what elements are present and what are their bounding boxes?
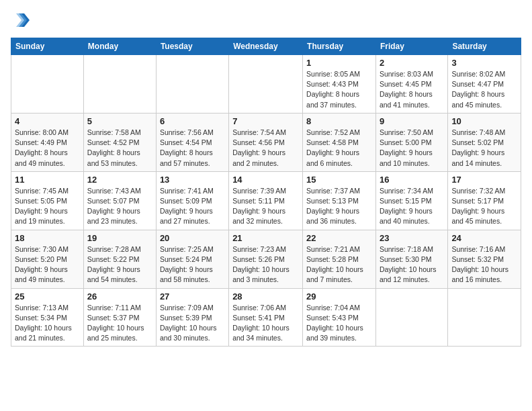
day-number: 9 [380, 116, 444, 126]
calendar-cell: 1Sunrise: 8:05 AM Sunset: 4:43 PM Daylig… [303, 55, 376, 113]
day-number: 7 [232, 116, 299, 126]
weekday-header-thursday: Thursday [303, 38, 376, 55]
calendar-cell: 16Sunrise: 7:34 AM Sunset: 5:15 PM Dayli… [375, 171, 447, 230]
calendar-cell: 11Sunrise: 7:45 AM Sunset: 5:05 PM Dayli… [11, 171, 84, 230]
calendar-cell [11, 55, 84, 113]
weekday-header-saturday: Saturday [448, 38, 521, 55]
calendar-cell: 6Sunrise: 7:56 AM Sunset: 4:54 PM Daylig… [156, 113, 228, 171]
day-number: 2 [380, 58, 444, 68]
calendar-cell: 27Sunrise: 7:09 AM Sunset: 5:39 PM Dayli… [156, 288, 228, 347]
day-number: 3 [451, 58, 517, 68]
day-info: Sunrise: 7:25 AM Sunset: 5:24 PM Dayligh… [160, 244, 225, 285]
day-number: 15 [306, 175, 372, 185]
day-number: 16 [380, 175, 444, 185]
day-number: 20 [160, 233, 225, 243]
calendar-header: SundayMondayTuesdayWednesdayThursdayFrid… [11, 38, 521, 55]
day-info: Sunrise: 7:56 AM Sunset: 4:54 PM Dayligh… [160, 128, 225, 169]
day-number: 1 [306, 58, 372, 68]
calendar-cell: 10Sunrise: 7:48 AM Sunset: 5:02 PM Dayli… [448, 113, 521, 171]
header-row: SundayMondayTuesdayWednesdayThursdayFrid… [11, 38, 521, 55]
day-info: Sunrise: 7:09 AM Sunset: 5:39 PM Dayligh… [160, 303, 225, 344]
day-number: 12 [87, 175, 152, 185]
day-number: 18 [15, 233, 80, 243]
day-number: 14 [232, 175, 299, 185]
day-info: Sunrise: 7:06 AM Sunset: 5:41 PM Dayligh… [232, 303, 299, 344]
day-number: 17 [451, 175, 517, 185]
calendar-week-1: 1Sunrise: 8:05 AM Sunset: 4:43 PM Daylig… [11, 55, 521, 113]
calendar-cell: 25Sunrise: 7:13 AM Sunset: 5:34 PM Dayli… [11, 288, 84, 347]
calendar-cell: 17Sunrise: 7:32 AM Sunset: 5:17 PM Dayli… [448, 171, 521, 230]
weekday-header-monday: Monday [83, 38, 156, 55]
day-info: Sunrise: 7:58 AM Sunset: 4:52 PM Dayligh… [87, 128, 152, 169]
day-number: 27 [160, 291, 225, 302]
calendar-week-5: 25Sunrise: 7:13 AM Sunset: 5:34 PM Dayli… [11, 288, 521, 347]
day-info: Sunrise: 7:37 AM Sunset: 5:13 PM Dayligh… [306, 186, 372, 227]
day-number: 26 [87, 291, 152, 302]
calendar-cell: 9Sunrise: 7:50 AM Sunset: 5:00 PM Daylig… [375, 113, 447, 171]
day-info: Sunrise: 7:30 AM Sunset: 5:20 PM Dayligh… [15, 244, 80, 285]
day-info: Sunrise: 7:13 AM Sunset: 5:34 PM Dayligh… [15, 303, 80, 344]
weekday-header-wednesday: Wednesday [229, 38, 303, 55]
calendar-cell: 14Sunrise: 7:39 AM Sunset: 5:11 PM Dayli… [229, 171, 303, 230]
day-info: Sunrise: 7:16 AM Sunset: 5:32 PM Dayligh… [451, 244, 517, 285]
day-number: 25 [15, 291, 80, 302]
calendar-week-4: 18Sunrise: 7:30 AM Sunset: 5:20 PM Dayli… [11, 230, 521, 288]
day-info: Sunrise: 7:04 AM Sunset: 5:43 PM Dayligh… [306, 303, 372, 344]
calendar-week-2: 4Sunrise: 8:00 AM Sunset: 4:49 PM Daylig… [11, 113, 521, 171]
logo [11, 11, 32, 30]
day-info: Sunrise: 7:34 AM Sunset: 5:15 PM Dayligh… [380, 186, 444, 227]
calendar-cell: 15Sunrise: 7:37 AM Sunset: 5:13 PM Dayli… [303, 171, 376, 230]
day-info: Sunrise: 7:18 AM Sunset: 5:30 PM Dayligh… [380, 244, 444, 285]
calendar-cell: 8Sunrise: 7:52 AM Sunset: 4:58 PM Daylig… [303, 113, 376, 171]
calendar-cell: 13Sunrise: 7:41 AM Sunset: 5:09 PM Dayli… [156, 171, 228, 230]
calendar-cell [83, 55, 156, 113]
day-number: 21 [232, 233, 299, 243]
calendar-cell [448, 288, 521, 347]
day-number: 23 [380, 233, 444, 243]
day-info: Sunrise: 7:52 AM Sunset: 4:58 PM Dayligh… [306, 128, 372, 169]
day-info: Sunrise: 7:21 AM Sunset: 5:28 PM Dayligh… [306, 244, 372, 285]
day-number: 13 [160, 175, 225, 185]
day-number: 5 [87, 116, 152, 126]
day-info: Sunrise: 7:11 AM Sunset: 5:37 PM Dayligh… [87, 303, 152, 344]
day-info: Sunrise: 7:50 AM Sunset: 5:00 PM Dayligh… [380, 128, 444, 169]
day-number: 6 [160, 116, 225, 126]
calendar-cell [375, 288, 447, 347]
day-number: 22 [306, 233, 372, 243]
day-info: Sunrise: 7:43 AM Sunset: 5:07 PM Dayligh… [87, 186, 152, 227]
calendar-cell: 23Sunrise: 7:18 AM Sunset: 5:30 PM Dayli… [375, 230, 447, 288]
day-number: 19 [87, 233, 152, 243]
day-info: Sunrise: 7:32 AM Sunset: 5:17 PM Dayligh… [451, 186, 517, 227]
weekday-header-sunday: Sunday [11, 38, 84, 55]
calendar-week-3: 11Sunrise: 7:45 AM Sunset: 5:05 PM Dayli… [11, 171, 521, 230]
calendar-cell: 26Sunrise: 7:11 AM Sunset: 5:37 PM Dayli… [83, 288, 156, 347]
day-info: Sunrise: 8:00 AM Sunset: 4:49 PM Dayligh… [15, 128, 80, 169]
day-info: Sunrise: 7:39 AM Sunset: 5:11 PM Dayligh… [232, 186, 299, 227]
calendar-cell: 7Sunrise: 7:54 AM Sunset: 4:56 PM Daylig… [229, 113, 303, 171]
calendar: SundayMondayTuesdayWednesdayThursdayFrid… [11, 38, 521, 347]
day-info: Sunrise: 8:05 AM Sunset: 4:43 PM Dayligh… [306, 69, 372, 110]
calendar-cell: 20Sunrise: 7:25 AM Sunset: 5:24 PM Dayli… [156, 230, 228, 288]
calendar-cell [229, 55, 303, 113]
day-number: 11 [15, 175, 80, 185]
day-number: 24 [451, 233, 517, 243]
calendar-cell [156, 55, 228, 113]
calendar-cell: 4Sunrise: 8:00 AM Sunset: 4:49 PM Daylig… [11, 113, 84, 171]
day-number: 28 [232, 291, 299, 302]
day-info: Sunrise: 7:48 AM Sunset: 5:02 PM Dayligh… [451, 128, 517, 169]
calendar-cell: 2Sunrise: 8:03 AM Sunset: 4:45 PM Daylig… [375, 55, 447, 113]
calendar-cell: 28Sunrise: 7:06 AM Sunset: 5:41 PM Dayli… [229, 288, 303, 347]
day-info: Sunrise: 7:41 AM Sunset: 5:09 PM Dayligh… [160, 186, 225, 227]
day-info: Sunrise: 7:28 AM Sunset: 5:22 PM Dayligh… [87, 244, 152, 285]
day-number: 8 [306, 116, 372, 126]
day-info: Sunrise: 7:54 AM Sunset: 4:56 PM Dayligh… [232, 128, 299, 169]
calendar-cell: 21Sunrise: 7:23 AM Sunset: 5:26 PM Dayli… [229, 230, 303, 288]
calendar-cell: 18Sunrise: 7:30 AM Sunset: 5:20 PM Dayli… [11, 230, 84, 288]
day-info: Sunrise: 7:45 AM Sunset: 5:05 PM Dayligh… [15, 186, 80, 227]
day-number: 4 [15, 116, 80, 126]
day-info: Sunrise: 8:02 AM Sunset: 4:47 PM Dayligh… [451, 69, 517, 110]
calendar-cell: 3Sunrise: 8:02 AM Sunset: 4:47 PM Daylig… [448, 55, 521, 113]
page-header [11, 11, 521, 30]
day-number: 10 [451, 116, 517, 126]
calendar-cell: 29Sunrise: 7:04 AM Sunset: 5:43 PM Dayli… [303, 288, 376, 347]
